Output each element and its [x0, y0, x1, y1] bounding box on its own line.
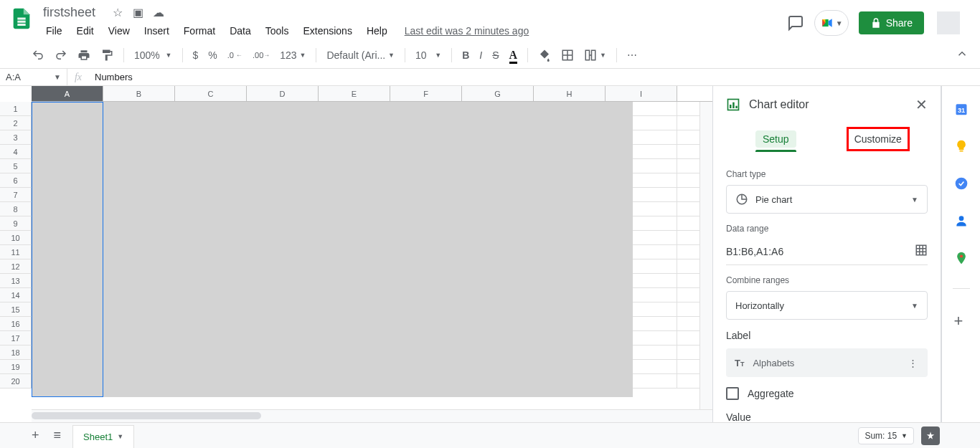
share-label: Share: [886, 17, 913, 29]
borders-icon[interactable]: [557, 46, 578, 65]
checkbox-icon[interactable]: [726, 387, 739, 400]
column-header[interactable]: C: [175, 86, 247, 101]
row-header[interactable]: 11: [0, 245, 32, 259]
row-header[interactable]: 7: [0, 188, 32, 202]
column-header[interactable]: I: [606, 86, 677, 101]
row-header[interactable]: 9: [0, 216, 32, 231]
strikethrough-icon[interactable]: S: [488, 47, 503, 64]
name-box[interactable]: A:A ▼: [0, 69, 67, 85]
addons-icon[interactable]: +: [954, 312, 969, 326]
menu-data[interactable]: Data: [224, 22, 257, 39]
row-header[interactable]: 10: [0, 231, 32, 245]
undo-icon[interactable]: [27, 46, 49, 65]
column-header[interactable]: E: [319, 86, 390, 101]
contacts-icon[interactable]: [954, 214, 969, 228]
column-header[interactable]: G: [462, 86, 534, 101]
paint-format-icon[interactable]: [96, 46, 118, 65]
row-header[interactable]: 2: [0, 116, 32, 130]
aggregate-checkbox-row[interactable]: Aggregate: [726, 387, 928, 400]
move-icon[interactable]: ▣: [133, 6, 143, 19]
chart-type-select[interactable]: Pie chart ▼: [726, 185, 928, 214]
comments-icon[interactable]: [787, 14, 804, 32]
redo-icon[interactable]: [50, 46, 72, 65]
explore-icon[interactable]: [921, 426, 940, 445]
horizontal-scrollbar[interactable]: [32, 409, 712, 422]
percent-icon[interactable]: %: [204, 47, 221, 64]
calendar-icon[interactable]: 31: [954, 102, 969, 116]
font-dropdown[interactable]: Default (Ari... ▼: [322, 47, 399, 64]
menu-format[interactable]: Format: [178, 22, 221, 39]
data-range-input[interactable]: [726, 246, 915, 257]
row-header[interactable]: 3: [0, 130, 32, 145]
keep-icon[interactable]: [954, 139, 969, 153]
avatar[interactable]: [937, 11, 960, 34]
share-button[interactable]: Share: [859, 11, 924, 34]
currency-icon[interactable]: $: [189, 47, 203, 64]
menu-insert[interactable]: Insert: [138, 22, 175, 39]
more-icon[interactable]: ⋮: [908, 358, 919, 368]
menu-view[interactable]: View: [103, 22, 136, 39]
font-size-dropdown[interactable]: 10 ▼: [411, 47, 446, 64]
quick-sum[interactable]: Sum: 15 ▼: [858, 427, 914, 444]
fill-color-icon[interactable]: [534, 46, 555, 65]
vertical-scrollbar[interactable]: [699, 102, 712, 409]
column-header[interactable]: F: [390, 86, 462, 101]
row-header[interactable]: 18: [0, 345, 32, 360]
menu-help[interactable]: Help: [361, 22, 393, 39]
row-header[interactable]: 12: [0, 259, 32, 274]
formula-input[interactable]: Numbers: [89, 72, 980, 82]
more-toolbar-icon[interactable]: ⋯: [623, 47, 643, 64]
cloud-icon[interactable]: ☁: [153, 6, 164, 19]
tab-setup[interactable]: Setup: [725, 126, 827, 152]
maps-icon[interactable]: [954, 251, 969, 265]
row-header[interactable]: 20: [0, 374, 32, 389]
merge-cells-icon[interactable]: ▼: [580, 46, 611, 65]
row-header[interactable]: 19: [0, 360, 32, 374]
row-header[interactable]: 8: [0, 202, 32, 216]
meet-button[interactable]: ▼: [814, 10, 849, 36]
decrease-decimal-icon[interactable]: .0 ←: [223, 48, 247, 62]
svg-rect-3: [732, 103, 735, 108]
column-header[interactable]: B: [103, 86, 175, 101]
collapse-toolbar-icon[interactable]: [951, 43, 973, 67]
all-sheets-icon[interactable]: ≡: [51, 425, 65, 446]
tab-customize[interactable]: Customize: [827, 126, 930, 152]
row-header[interactable]: 6: [0, 173, 32, 188]
row-header[interactable]: 1: [0, 102, 32, 116]
column-header[interactable]: D: [247, 86, 319, 101]
embedded-chart[interactable]: [32, 102, 633, 397]
tasks-icon[interactable]: [954, 176, 969, 191]
bold-icon[interactable]: B: [458, 47, 473, 64]
sheet-tab[interactable]: Sheet1 ▼: [72, 425, 134, 448]
more-formats-dropdown[interactable]: 123 ▼: [275, 47, 310, 64]
print-icon[interactable]: [73, 46, 95, 65]
last-edit-link[interactable]: Last edit was 2 minutes ago: [405, 25, 529, 37]
increase-decimal-icon[interactable]: .00→: [248, 48, 274, 62]
sheets-logo[interactable]: [7, 4, 36, 33]
row-header[interactable]: 4: [0, 145, 32, 159]
menu-file[interactable]: File: [40, 22, 68, 39]
column-header[interactable]: A: [32, 86, 103, 101]
row-header[interactable]: 13: [0, 274, 32, 288]
label-chip[interactable]: TT Alphabets ⋮: [726, 348, 928, 377]
italic-icon[interactable]: I: [475, 47, 486, 64]
select-range-icon[interactable]: [915, 244, 928, 259]
spreadsheet-grid[interactable]: ABCDEFGHI 123456789101112131415161718192…: [0, 86, 713, 422]
menu-tools[interactable]: Tools: [260, 22, 295, 39]
row-header[interactable]: 15: [0, 302, 32, 317]
doc-title[interactable]: firstsheet: [40, 4, 98, 21]
zoom-dropdown[interactable]: 100% ▼: [130, 47, 176, 64]
text-color-icon[interactable]: A: [505, 46, 522, 65]
add-sheet-icon[interactable]: +: [29, 425, 42, 446]
row-header[interactable]: 14: [0, 288, 32, 302]
star-icon[interactable]: ☆: [113, 6, 123, 19]
combine-select[interactable]: Horizontally ▼: [726, 291, 928, 320]
close-icon[interactable]: ✕: [915, 96, 928, 113]
row-header[interactable]: 16: [0, 317, 32, 331]
menu-extensions[interactable]: Extensions: [297, 22, 357, 39]
cells-area[interactable]: [32, 102, 712, 409]
menu-edit[interactable]: Edit: [71, 22, 100, 39]
row-header[interactable]: 5: [0, 159, 32, 173]
column-header[interactable]: H: [534, 86, 606, 101]
row-header[interactable]: 17: [0, 331, 32, 345]
